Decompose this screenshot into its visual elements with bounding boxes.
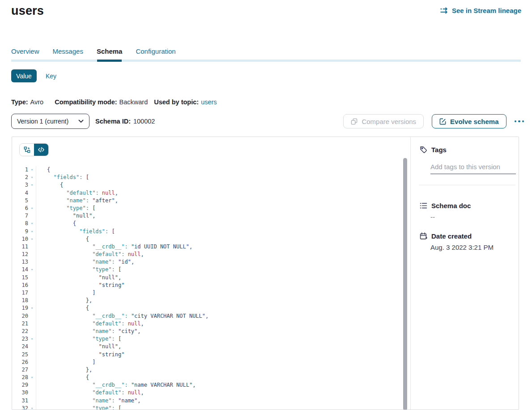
code-text[interactable]: ]	[36, 359, 410, 366]
date-created-section-header: Date created	[420, 232, 472, 240]
code-text[interactable]: {	[36, 181, 410, 189]
code-text[interactable]: },	[36, 366, 410, 374]
code-text[interactable]: "string"	[36, 351, 410, 359]
fold-toggle-icon[interactable]: ▾	[28, 374, 36, 381]
sidebar-divider	[419, 185, 515, 185]
version-toolbar: Version 1 (current) Schema ID: 100002 Co…	[11, 114, 525, 129]
code-text[interactable]: "fields": [	[36, 228, 410, 235]
code-text[interactable]: "__crdb__": "name VARCHAR NULL",	[36, 381, 410, 389]
code-text[interactable]: "name": "id",	[36, 258, 410, 266]
code-line: 7 "null",	[12, 212, 410, 220]
code-text[interactable]: "fields": [	[36, 174, 410, 181]
code-text[interactable]: "name": "city",	[36, 328, 410, 335]
code-text[interactable]: "name": "name",	[36, 397, 410, 405]
code-text[interactable]: "type": [	[36, 205, 410, 212]
code-brackets-icon	[38, 147, 44, 153]
schema-page: users See in Stream lineage OverviewMess…	[0, 0, 532, 410]
code-text[interactable]: {	[36, 220, 410, 227]
fold-spacer	[28, 359, 36, 366]
fold-spacer	[28, 243, 36, 251]
schema-doc-title: Schema doc	[431, 202, 471, 209]
code-text[interactable]: },	[36, 297, 410, 304]
editor-view-toggle	[19, 143, 49, 156]
fold-spacer	[28, 381, 36, 389]
lineage-link-label: See in Stream lineage	[452, 7, 521, 14]
code-text[interactable]: "name": "after",	[36, 197, 410, 205]
fold-toggle-icon[interactable]: ▾	[28, 266, 36, 273]
code-line: 16 "string"	[12, 282, 410, 289]
code-lines[interactable]: 1▾{2▾ "fields": [3▾ {4 "default": null,5…	[12, 166, 410, 410]
tags-input[interactable]	[430, 159, 516, 174]
code-line: 19▾ {	[12, 304, 410, 312]
code-line: 6▾ "type": [	[12, 205, 410, 212]
code-line: 14▾ "type": [	[12, 266, 410, 273]
tree-view-button[interactable]	[20, 144, 34, 156]
code-text[interactable]: "type": [	[36, 266, 410, 273]
fold-toggle-icon[interactable]: ▾	[28, 405, 36, 410]
code-view-button[interactable]	[34, 144, 48, 156]
code-text[interactable]: {	[36, 304, 410, 312]
tab-messages[interactable]: Messages	[53, 47, 83, 55]
code-line: 8▾ {	[12, 220, 410, 227]
line-number: 31	[12, 397, 28, 405]
code-text[interactable]: {	[36, 374, 410, 381]
tab-configuration[interactable]: Configuration	[136, 47, 175, 55]
code-line: 18 },	[12, 297, 410, 304]
fold-toggle-icon[interactable]: ▾	[28, 205, 36, 212]
tab-schema[interactable]: Schema	[97, 47, 123, 55]
see-in-stream-lineage-link[interactable]: See in Stream lineage	[440, 7, 521, 14]
value-toggle-button[interactable]: Value	[11, 69, 37, 82]
version-select[interactable]: Version 1 (current)	[11, 114, 89, 129]
code-text[interactable]: "default": null,	[36, 189, 410, 197]
line-number: 30	[12, 389, 28, 397]
code-text[interactable]: "default": null,	[36, 251, 410, 258]
fold-toggle-icon[interactable]: ▾	[28, 304, 36, 312]
code-text[interactable]: {	[36, 166, 410, 174]
fold-toggle-icon[interactable]: ▾	[28, 166, 36, 174]
compare-versions-button[interactable]: Compare versions	[343, 114, 424, 128]
value-key-toggle: Value Key	[11, 69, 56, 82]
more-options-button[interactable]	[514, 118, 525, 125]
key-toggle-link[interactable]: Key	[46, 73, 56, 80]
fold-toggle-icon[interactable]: ▾	[28, 235, 36, 243]
schema-meta-row: Type: Avro Compatibility mode: Backward …	[11, 98, 217, 106]
code-text[interactable]: "type": [	[36, 405, 410, 410]
code-text[interactable]: "string"	[36, 282, 410, 289]
fold-toggle-icon[interactable]: ▾	[28, 181, 36, 189]
code-text[interactable]: ]	[36, 289, 410, 297]
evolve-schema-button[interactable]: Evolve schema	[432, 114, 506, 128]
code-text[interactable]: "type": [	[36, 335, 410, 343]
fold-spacer	[28, 212, 36, 220]
code-line: 29 "__crdb__": "name VARCHAR NULL",	[12, 381, 410, 389]
fold-toggle-icon[interactable]: ▾	[28, 228, 36, 235]
code-text[interactable]: "null",	[36, 212, 410, 220]
fold-toggle-icon[interactable]: ▾	[28, 335, 36, 343]
code-line: 1▾{	[12, 166, 410, 174]
schema-id-label: Schema ID:	[95, 118, 131, 125]
line-number: 17	[12, 289, 28, 297]
schema-doc-section-header: Schema doc	[420, 202, 471, 209]
code-line: 32▾ "type": [	[12, 405, 410, 410]
type-value: Avro	[30, 98, 44, 106]
line-number: 32	[12, 405, 28, 410]
date-created-title: Date created	[431, 232, 472, 240]
fold-spacer	[28, 397, 36, 405]
compare-versions-label: Compare versions	[362, 118, 416, 125]
tree-diagram-icon	[24, 146, 30, 153]
fold-spacer	[28, 274, 36, 282]
tab-overview[interactable]: Overview	[11, 47, 39, 55]
code-line: 10▾ {	[12, 235, 410, 243]
topic-link[interactable]: users	[201, 98, 217, 106]
fold-spacer	[28, 189, 36, 197]
code-text[interactable]: "default": null,	[36, 320, 410, 328]
code-text[interactable]: {	[36, 235, 410, 243]
code-text[interactable]: "__crdb__": "city VARCHAR NOT NULL",	[36, 312, 410, 320]
fold-toggle-icon[interactable]: ▾	[28, 220, 36, 227]
code-text[interactable]: "null",	[36, 274, 410, 282]
fold-toggle-icon[interactable]: ▾	[28, 174, 36, 181]
code-text[interactable]: "default": null,	[36, 389, 410, 397]
code-text[interactable]: "null",	[36, 343, 410, 350]
line-number: 11	[12, 243, 28, 251]
code-text[interactable]: "__crdb__": "id UUID NOT NULL",	[36, 243, 410, 251]
editor-scrollbar[interactable]	[403, 158, 407, 410]
